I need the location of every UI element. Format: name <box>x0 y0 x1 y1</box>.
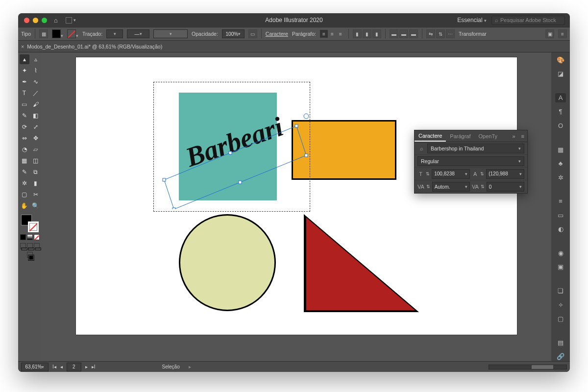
gradient-tool[interactable]: ◫ <box>31 156 41 166</box>
minimize-window-button[interactable] <box>33 18 38 23</box>
zoom-level-select[interactable]: 63,61%▾ <box>21 363 49 371</box>
font-family-select[interactable]: Barbershop in Thailand▾ <box>427 144 524 153</box>
shape-circle[interactable] <box>179 214 276 311</box>
workspace-switcher[interactable]: Essencial ▾ <box>457 17 487 24</box>
curvature-tool[interactable]: ∿ <box>31 77 41 87</box>
stroke-color-swatch[interactable] <box>28 221 39 232</box>
align-objects-top-button[interactable]: ▬ <box>390 29 398 38</box>
appearance-panel-icon[interactable]: ◉ <box>555 248 566 258</box>
tab-opentype[interactable]: OpenTy <box>475 130 502 142</box>
pen-tool[interactable]: ✒ <box>20 77 29 87</box>
color-mode-gradient[interactable] <box>27 234 33 240</box>
links-panel-icon[interactable]: 🔗 <box>555 352 566 361</box>
perspective-tool[interactable]: ▱ <box>31 145 41 154</box>
libraries-panel-icon[interactable]: ▤ <box>555 338 566 347</box>
symbols-panel-icon[interactable]: ✲ <box>555 173 566 182</box>
paragraph-panel-link[interactable]: Parágrafo: <box>292 31 316 37</box>
stepper-icon[interactable]: ⇅ <box>481 184 485 189</box>
panel-more-icon[interactable]: » <box>509 133 518 139</box>
isolate-mode-button[interactable]: ▣ <box>545 29 554 38</box>
rectangle-tool[interactable]: ▭ <box>20 99 29 109</box>
paragraph-panel-icon[interactable]: ¶ <box>555 107 566 117</box>
stepper-icon[interactable]: ⇅ <box>480 172 484 176</box>
close-window-button[interactable] <box>24 18 29 23</box>
screen-mode-switch[interactable]: ▣ <box>27 252 33 258</box>
leading-input[interactable]: (120,988▾ <box>486 169 524 179</box>
align-left-button[interactable]: ≡ <box>320 30 328 38</box>
magic-wand-tool[interactable]: ✦ <box>20 66 29 75</box>
rotate-tool[interactable]: ⟳ <box>20 122 29 132</box>
color-panel-icon[interactable]: ◪ <box>555 70 566 79</box>
layers-panel-icon[interactable]: ❏ <box>555 286 566 295</box>
stroke-panel-icon[interactable]: ≡ <box>555 196 566 206</box>
stroke-swatch[interactable] <box>67 29 76 38</box>
width-tool[interactable]: ⇔ <box>20 133 29 143</box>
color-mode-solid[interactable] <box>20 234 26 240</box>
graphic-style-button[interactable]: ▭ <box>248 29 257 38</box>
horizontal-scrollbar[interactable] <box>489 365 567 369</box>
artboard-nav-prev-button[interactable]: ◂ <box>60 364 63 369</box>
align-right-button[interactable]: ≡ <box>337 30 344 38</box>
align-objects-hcenter-button[interactable]: ▮ <box>363 29 371 38</box>
eyedropper-tool[interactable]: ✎ <box>20 167 29 177</box>
gradient-panel-icon[interactable]: ▭ <box>555 211 566 220</box>
paintbrush-tool[interactable]: 🖌 <box>31 99 41 109</box>
home-icon[interactable]: ⌂ <box>54 17 58 24</box>
scale-tool[interactable]: ⤢ <box>31 122 41 132</box>
artboard-tool[interactable]: ▢ <box>20 190 29 199</box>
artboard-nav-next-button[interactable]: ▸ <box>85 364 88 369</box>
panel-menu-icon[interactable]: ≡ <box>518 133 527 139</box>
zoom-tool[interactable]: 🔍 <box>31 201 41 211</box>
artboard-nav-first-button[interactable]: I◂ <box>52 364 56 369</box>
font-size-input[interactable]: 100,8238▾ <box>432 169 470 179</box>
direct-selection-tool[interactable]: ▵ <box>31 54 41 64</box>
column-graph-tool[interactable]: ▮ <box>31 178 41 188</box>
brushes-panel-icon[interactable]: ♣ <box>555 159 566 168</box>
character-panel-icon[interactable]: A <box>555 93 566 102</box>
arrange-documents-button[interactable] <box>66 17 72 24</box>
document-tab-label[interactable]: Modos_de_Desenho_01.ai* @ 63,61% (RGB/Vi… <box>27 44 162 49</box>
tab-paragraph[interactable]: Parágraf <box>446 130 474 142</box>
selection-target-icon[interactable]: ▦ <box>39 29 48 38</box>
eraser-tool[interactable]: ◧ <box>31 111 41 121</box>
zoom-window-button[interactable] <box>42 18 47 23</box>
draw-normal-button[interactable]: ▭ <box>20 243 26 249</box>
fill-stroke-control[interactable] <box>21 215 39 232</box>
distribute-vertical-button[interactable]: ⇅ <box>436 29 445 38</box>
opacity-input[interactable]: 100%▾ <box>222 29 245 38</box>
stepper-icon[interactable]: ⇅ <box>426 172 430 176</box>
stroke-profile-select[interactable]: — ▾ <box>127 29 149 38</box>
brush-select[interactable]: ▾ <box>153 29 188 38</box>
transparency-panel-icon[interactable]: ◐ <box>555 224 566 234</box>
blend-tool[interactable]: ⧉ <box>31 167 41 177</box>
align-objects-vcenter-button[interactable]: ▬ <box>399 29 408 38</box>
artboard-number-input[interactable]: 2 <box>67 363 81 371</box>
line-tool[interactable]: ／ <box>31 88 41 98</box>
options-menu-button[interactable]: ≡ <box>558 29 567 38</box>
canvas-area[interactable]: Barbeari Caractere Parágraf OpenTy <box>42 52 551 361</box>
properties-panel-icon[interactable]: 🎨 <box>555 55 566 65</box>
font-style-select[interactable]: Regular▾ <box>417 156 524 166</box>
tab-character[interactable]: Caractere <box>415 130 446 142</box>
opentype-panel-icon[interactable]: O <box>555 121 566 130</box>
align-objects-bottom-button[interactable]: ▬ <box>409 29 418 38</box>
lasso-tool[interactable]: ⌇ <box>31 66 41 75</box>
align-objects-left-button[interactable]: ▮ <box>353 29 362 38</box>
graphic-styles-panel-icon[interactable]: ▣ <box>555 263 566 272</box>
asset-export-panel-icon[interactable]: ✧ <box>555 300 566 310</box>
shape-triangle[interactable] <box>304 214 419 312</box>
hand-tool[interactable]: ✋ <box>20 201 29 211</box>
stepper-icon[interactable]: ⇅ <box>426 184 430 189</box>
stroke-weight-input[interactable]: ▾ <box>106 29 123 38</box>
symbol-sprayer-tool[interactable]: ✲ <box>20 178 29 188</box>
distribute-spacing-button[interactable]: ⋯ <box>446 29 455 38</box>
free-transform-tool[interactable]: ✥ <box>31 133 41 143</box>
tracking-input[interactable]: 0▾ <box>487 182 524 192</box>
draw-behind-button[interactable]: ▭ <box>27 243 33 249</box>
align-center-button[interactable]: ≡ <box>328 30 336 38</box>
character-panel[interactable]: Caractere Parágraf OpenTy » ≡ ⌕ Barbersh… <box>414 130 528 194</box>
color-mode-none[interactable] <box>34 234 40 240</box>
artboards-panel-icon[interactable]: ▢ <box>555 314 566 323</box>
character-panel-link[interactable]: Caractere <box>266 31 288 37</box>
status-more-icon[interactable]: ▸ <box>189 364 191 369</box>
